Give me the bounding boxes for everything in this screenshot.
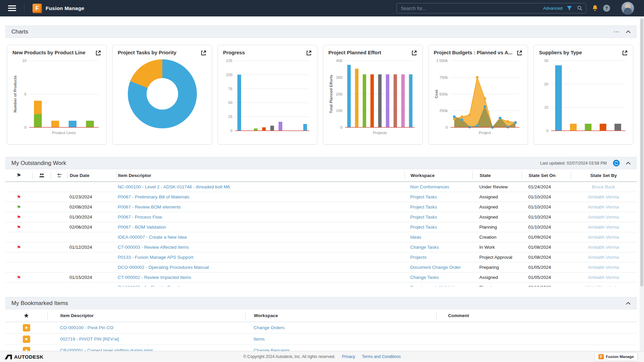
workspace-link[interactable]: Project Tasks bbox=[405, 194, 472, 199]
bm-item-descriptor-link[interactable]: CO-000100 - Pivot Pin CO bbox=[47, 325, 245, 330]
search-box: Advanced bbox=[396, 3, 586, 13]
autodesk-logo-icon bbox=[5, 354, 12, 359]
workspace-link[interactable]: Change Tasks bbox=[405, 275, 472, 280]
user-avatar[interactable] bbox=[621, 2, 634, 15]
outstanding-table-row[interactable]: ⚑ 01/30/2024 P0067 - Process Flow Projec… bbox=[5, 212, 637, 222]
state-set-by-column-header[interactable]: State Set By bbox=[571, 172, 636, 179]
page-scrollbar[interactable] bbox=[640, 16, 644, 362]
workspace-link[interactable]: Document Change Order bbox=[405, 265, 472, 270]
svg-text:100: 100 bbox=[336, 109, 342, 113]
outstanding-table-row[interactable]: NC-000100 - Level 2 - ADSK-011748 - thre… bbox=[5, 182, 637, 192]
workflow-column-icon[interactable] bbox=[51, 172, 67, 179]
bookmarked-table-row[interactable]: ★ CO-000100 - Pivot Pin CO Change Orders bbox=[5, 322, 637, 334]
outstanding-table-row[interactable]: ⚑ 01/12/2024 CT-000003 - Review Affected… bbox=[5, 242, 637, 252]
item-descriptor-link[interactable]: DCO-000002 - Operating Procedures Manual bbox=[116, 265, 405, 270]
fusion-manage-logo-icon[interactable]: F bbox=[33, 4, 42, 13]
item-descriptor-link[interactable]: EV-000003 - An Electric Circuit bbox=[116, 285, 405, 287]
svg-text:750k: 750k bbox=[439, 75, 448, 79]
footer: AUTODESK © Copyright 2024 Autodesk, Inc.… bbox=[0, 351, 644, 362]
export-chart-icon[interactable] bbox=[95, 50, 101, 56]
due-date-cell: 01/15/2024 bbox=[67, 275, 116, 280]
outstanding-table-row[interactable]: EV-000003 - An Electric Circuit Requirem… bbox=[5, 283, 637, 287]
svg-text:100: 100 bbox=[226, 73, 232, 77]
chart-canvas: 0250k500k750k1 000kCostProject bbox=[434, 57, 523, 136]
due-date-cell: 01/23/2024 bbox=[67, 194, 116, 199]
workspace-link[interactable]: Requirements Validation bbox=[405, 285, 472, 287]
assignees-column-icon[interactable] bbox=[32, 172, 51, 179]
outstanding-table-row[interactable]: ⚑ 02/08/2024 P0067 - Review BOM elements… bbox=[5, 202, 637, 212]
star-column-icon[interactable]: ★ bbox=[24, 312, 29, 319]
state-set-on-cell: 01/10/2024 bbox=[522, 204, 571, 209]
workspace-link[interactable]: Change Tasks bbox=[405, 245, 472, 250]
item-descriptor-link[interactable]: P0067 - Preliminary Bill of Materials bbox=[116, 194, 405, 199]
privacy-link[interactable]: Privacy bbox=[342, 354, 355, 359]
bm-workspace-link[interactable]: Items bbox=[245, 337, 436, 342]
export-chart-icon[interactable] bbox=[411, 50, 417, 56]
workspace-link[interactable]: Projects bbox=[405, 255, 472, 260]
bookmark-star-icon[interactable]: ★ bbox=[23, 336, 30, 343]
menu-icon[interactable] bbox=[8, 4, 16, 12]
search-input[interactable] bbox=[397, 6, 543, 11]
svg-text:Projects: Projects bbox=[373, 131, 387, 135]
outstanding-table: ⚑ Due Date Item Descriptor Workspace Sta… bbox=[5, 169, 637, 287]
bm-workspace-link[interactable]: Change Orders bbox=[245, 325, 436, 330]
state-set-on-column-header[interactable]: State Set On bbox=[522, 172, 571, 179]
outstanding-table-row[interactable]: ⚑ 01/15/2024 CT-000002 - Review Impacted… bbox=[5, 273, 637, 283]
flag-column-icon[interactable]: ⚑ bbox=[17, 173, 21, 178]
svg-text:Cost: Cost bbox=[434, 90, 438, 99]
collapse-outstanding-icon[interactable] bbox=[626, 162, 631, 165]
outstanding-table-row[interactable]: ⚑ 02/06/2024 P0067 - BOM Validation Proj… bbox=[5, 222, 637, 232]
export-chart-icon[interactable] bbox=[622, 50, 628, 56]
workspace-link[interactable]: Project Tasks bbox=[405, 225, 472, 230]
export-chart-icon[interactable] bbox=[517, 50, 523, 56]
bookmarked-table-row[interactable]: ★ 002719 - PIVOT PIN [REV:w] Items bbox=[5, 334, 637, 345]
bookmark-star-icon[interactable]: ★ bbox=[23, 324, 30, 331]
workspace-link[interactable]: Non Conformances bbox=[405, 184, 472, 189]
workspace-column-header[interactable]: Workspace bbox=[405, 172, 472, 179]
svg-text:200: 200 bbox=[336, 92, 342, 96]
help-icon[interactable]: ? bbox=[603, 5, 610, 12]
terms-link[interactable]: Terms and Conditions bbox=[362, 354, 401, 359]
refresh-icon[interactable] bbox=[613, 160, 620, 167]
workspace-link[interactable]: Project Tasks bbox=[405, 215, 472, 220]
bm-item-descriptor-column-header[interactable]: Item Descriptor bbox=[47, 312, 245, 319]
state-set-by-cell: Amitabh Verma bbox=[571, 265, 636, 270]
outstanding-table-row[interactable]: DCO-000002 - Operating Procedures Manual… bbox=[5, 262, 637, 273]
item-descriptor-link[interactable]: CT-000003 - Review Affected Items bbox=[116, 245, 405, 250]
nav-divider bbox=[24, 4, 24, 13]
workspace-link[interactable]: Ideas bbox=[405, 235, 472, 240]
bm-item-descriptor-link[interactable]: 002719 - PIVOT PIN [REV:w] bbox=[47, 337, 245, 342]
outstanding-table-row[interactable]: P0133 - Fusion Manage APS Support Projec… bbox=[5, 252, 637, 262]
fusion-manage-badge[interactable]: F Fusion Manage bbox=[595, 353, 637, 361]
item-descriptor-link[interactable]: P0133 - Fusion Manage APS Support bbox=[116, 255, 405, 260]
item-descriptor-link[interactable]: IDEA-000007 - Create a New Idea bbox=[116, 235, 405, 240]
item-descriptor-link[interactable]: P0067 - Process Flow bbox=[116, 215, 405, 220]
filter-icon[interactable] bbox=[567, 6, 572, 11]
item-descriptor-link[interactable]: P0067 - Review BOM elements bbox=[116, 204, 405, 209]
bm-comment-column-header[interactable]: Comment bbox=[436, 312, 637, 319]
export-chart-icon[interactable] bbox=[306, 50, 312, 56]
notifications-bell-icon[interactable] bbox=[592, 5, 598, 12]
collapse-bookmarked-icon[interactable] bbox=[626, 302, 631, 305]
search-icon[interactable] bbox=[577, 5, 583, 11]
bm-workspace-column-header[interactable]: Workspace bbox=[245, 312, 436, 319]
item-descriptor-column-header[interactable]: Item Descriptor bbox=[116, 172, 405, 179]
chart-title: Suppliers by Type bbox=[539, 50, 582, 55]
state-cell: In Work bbox=[472, 245, 522, 250]
item-descriptor-link[interactable]: P0067 - BOM Validation bbox=[116, 225, 405, 230]
collapse-charts-icon[interactable] bbox=[626, 31, 631, 33]
state-column-header[interactable]: State bbox=[472, 172, 522, 179]
due-date-column-header[interactable]: Due Date bbox=[67, 172, 116, 179]
workspace-link[interactable]: Project Tasks bbox=[405, 204, 472, 209]
state-set-on-cell: 01/05/2024 bbox=[522, 265, 571, 270]
export-chart-icon[interactable] bbox=[201, 50, 207, 56]
chart-card: Progress 0255075100125 bbox=[218, 45, 317, 144]
item-descriptor-link[interactable]: CT-000002 - Review Impacted Items bbox=[116, 275, 405, 280]
outstanding-table-row[interactable]: ⚑ 01/23/2024 P0067 - Preliminary Bill of… bbox=[5, 192, 637, 202]
svg-text:300: 300 bbox=[336, 75, 342, 79]
outstanding-table-row[interactable]: IDEA-000007 - Create a New Idea Ideas Cr… bbox=[5, 232, 637, 242]
more-options-icon[interactable]: ⋯ bbox=[613, 30, 620, 34]
scrollbar-thumb[interactable] bbox=[640, 18, 643, 287]
item-descriptor-link[interactable]: NC-000100 - Level 2 - ADSK-011748 - thre… bbox=[116, 184, 405, 189]
advanced-search-link[interactable]: Advanced bbox=[543, 6, 562, 11]
